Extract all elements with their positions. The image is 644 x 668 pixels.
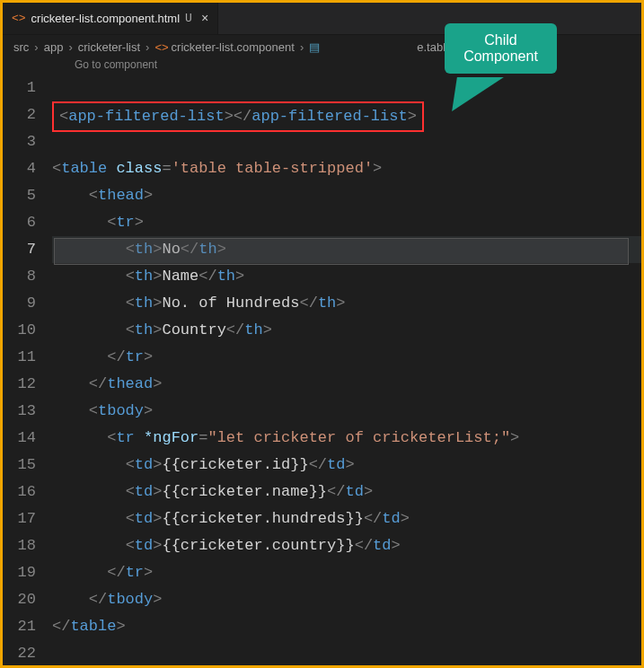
code-line[interactable]: <app-filtered-list></app-filtered-list> bbox=[52, 101, 641, 128]
line-number: 1 bbox=[3, 75, 36, 101]
line-number: 15 bbox=[3, 452, 36, 479]
line-number: 4 bbox=[3, 155, 36, 182]
breadcrumb-item[interactable]: cricketer-list.component bbox=[172, 40, 295, 54]
line-number: 3 bbox=[3, 128, 36, 155]
code-line[interactable]: <tbody> bbox=[52, 398, 641, 425]
tab-filename: cricketer-list.component.html bbox=[31, 12, 180, 25]
code-line[interactable] bbox=[52, 75, 641, 101]
code-line[interactable]: <tr> bbox=[52, 209, 641, 236]
chevron-right-icon: › bbox=[34, 40, 38, 54]
line-number: 14 bbox=[3, 425, 36, 452]
line-number: 21 bbox=[3, 613, 36, 640]
code-line[interactable] bbox=[52, 640, 641, 667]
close-icon[interactable]: × bbox=[201, 12, 208, 26]
line-number: 20 bbox=[3, 586, 36, 613]
line-number: 12 bbox=[3, 371, 36, 398]
code-content[interactable]: <app-filtered-list></app-filtered-list> … bbox=[52, 75, 641, 667]
code-line[interactable]: <table class='table table-stripped'> bbox=[52, 155, 641, 182]
line-number: 22 bbox=[3, 640, 36, 667]
html-file-icon: <> bbox=[154, 40, 168, 54]
code-line[interactable]: <thead> bbox=[52, 182, 641, 209]
code-line[interactable]: <th>Name</th> bbox=[52, 263, 641, 290]
code-line[interactable]: <td>{{cricketer.hundreds}}</td> bbox=[52, 505, 641, 532]
line-number: 17 bbox=[3, 505, 36, 532]
code-line[interactable]: </tbody> bbox=[52, 586, 641, 613]
line-number: 16 bbox=[3, 479, 36, 505]
code-line[interactable]: <td>{{cricketer.country}}</td> bbox=[52, 532, 641, 559]
callout-annotation: Child Component bbox=[445, 23, 557, 74]
line-number-gutter: 1 2 3 4 5 6 7 8 9 10 11 12 13 14 15 16 1… bbox=[3, 75, 52, 667]
line-number: 8 bbox=[3, 263, 36, 290]
code-line[interactable]: </table> bbox=[52, 613, 641, 640]
breadcrumb-item[interactable]: cricketer-list bbox=[78, 40, 140, 54]
line-number: 5 bbox=[3, 182, 36, 209]
code-line[interactable]: </tr> bbox=[52, 559, 641, 586]
line-number: 9 bbox=[3, 290, 36, 317]
tab-dirty-indicator: U bbox=[185, 12, 192, 25]
line-number: 6 bbox=[3, 209, 36, 236]
line-number: 11 bbox=[3, 344, 36, 371]
tags-icon: ▤ bbox=[309, 40, 320, 54]
code-line[interactable]: <tr *ngFor="let cricketer of cricketerLi… bbox=[52, 425, 641, 452]
code-line[interactable]: <td>{{cricketer.id}}</td> bbox=[52, 452, 641, 479]
chevron-right-icon: › bbox=[300, 40, 304, 54]
line-number: 7 bbox=[3, 236, 36, 263]
code-line[interactable]: </thead> bbox=[52, 371, 641, 398]
chevron-right-icon: › bbox=[68, 40, 72, 54]
line-number: 10 bbox=[3, 317, 36, 344]
code-line[interactable]: <td>{{cricketer.name}}</td> bbox=[52, 479, 641, 505]
line-number: 18 bbox=[3, 532, 36, 559]
breadcrumb-item[interactable]: app bbox=[44, 40, 64, 54]
code-editor[interactable]: 1 2 3 4 5 6 7 8 9 10 11 12 13 14 15 16 1… bbox=[3, 75, 641, 667]
code-line[interactable]: </tr> bbox=[52, 344, 641, 371]
line-number: 13 bbox=[3, 398, 36, 425]
code-line[interactable]: <th>Country</th> bbox=[52, 317, 641, 344]
code-line[interactable] bbox=[52, 128, 641, 155]
code-line[interactable]: <th>No. of Hundreds</th> bbox=[52, 290, 641, 317]
line-number: 19 bbox=[3, 559, 36, 586]
line-number: 2 bbox=[3, 101, 36, 128]
chevron-right-icon: › bbox=[146, 40, 149, 54]
breadcrumb-item[interactable]: src bbox=[13, 40, 29, 54]
file-tab[interactable]: <> cricketer-list.component.html U × bbox=[3, 3, 218, 34]
highlighted-code-box: <app-filtered-list></app-filtered-list> bbox=[52, 101, 424, 132]
active-line-highlight bbox=[54, 238, 629, 265]
html-file-icon: <> bbox=[12, 12, 26, 25]
